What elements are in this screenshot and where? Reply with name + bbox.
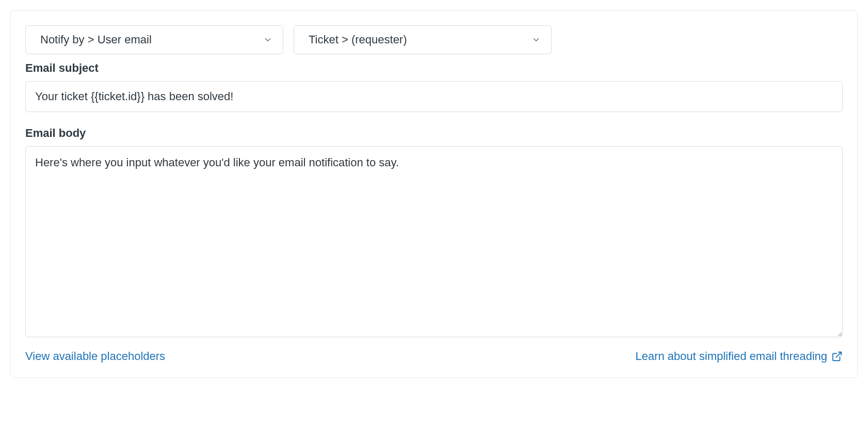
external-link-icon — [831, 351, 843, 362]
recipient-value: Ticket > (requester) — [309, 33, 407, 46]
view-placeholders-link[interactable]: View available placeholders — [25, 350, 165, 363]
learn-threading-link[interactable]: Learn about simplified email threading — [635, 350, 843, 363]
email-subject-label: Email subject — [25, 61, 843, 75]
recipient-dropdown[interactable]: Ticket > (requester) — [294, 25, 552, 54]
chevron-down-icon — [263, 35, 272, 44]
notify-by-dropdown[interactable]: Notify by > User email — [25, 25, 283, 54]
learn-threading-label: Learn about simplified email threading — [635, 350, 827, 363]
notify-by-value: Notify by > User email — [40, 33, 152, 46]
email-subject-section: Email subject — [25, 61, 843, 112]
email-notification-panel: Notify by > User email Ticket > (request… — [10, 10, 858, 378]
footer-links: View available placeholders Learn about … — [25, 350, 843, 363]
email-body-textarea[interactable] — [25, 146, 843, 337]
email-body-label: Email body — [25, 127, 843, 140]
chevron-down-icon — [532, 35, 541, 44]
email-subject-input[interactable] — [25, 81, 843, 112]
svg-line-0 — [836, 352, 841, 357]
view-placeholders-label: View available placeholders — [25, 350, 165, 363]
action-dropdown-row: Notify by > User email Ticket > (request… — [25, 25, 843, 54]
email-body-section: Email body — [25, 127, 843, 339]
